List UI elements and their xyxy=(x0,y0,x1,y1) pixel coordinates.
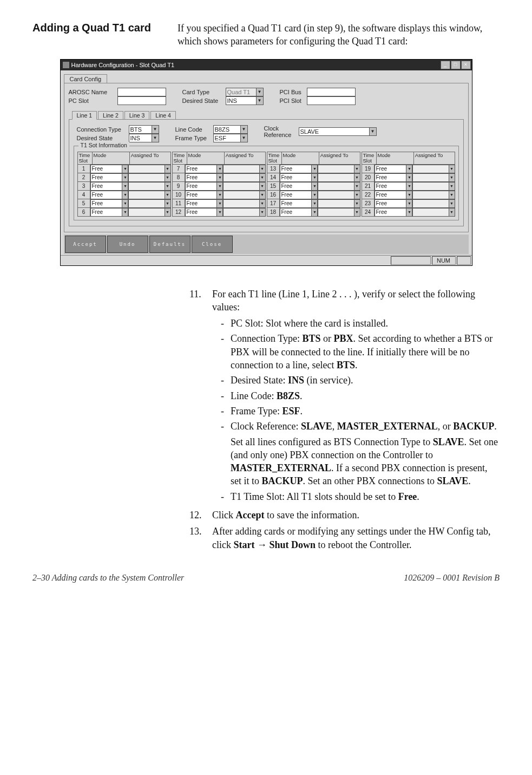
select-mode[interactable]: Free▼ xyxy=(90,165,129,173)
select-connection-type[interactable]: BTS▼ xyxy=(129,125,159,134)
select-card-type: Quad T1▼ xyxy=(226,88,264,96)
select-mode[interactable]: Free▼ xyxy=(375,182,413,191)
col-header-mode: Mode xyxy=(377,152,414,164)
chevron-down-icon[interactable]: ▼ xyxy=(256,96,264,105)
select-assigned-to: ▼ xyxy=(412,173,455,182)
select-mode[interactable]: Free▼ xyxy=(90,173,129,182)
select-mode[interactable]: Free▼ xyxy=(185,173,224,182)
chevron-down-icon[interactable]: ▼ xyxy=(406,182,412,191)
select-mode[interactable]: Free▼ xyxy=(185,199,224,208)
col-header-mode: Mode xyxy=(93,152,130,164)
sub-body: Frame Type: ESF. xyxy=(231,405,500,418)
select-mode[interactable]: Free▼ xyxy=(280,182,318,191)
chevron-down-icon[interactable]: ▼ xyxy=(311,191,318,199)
slot-row: 23Free▼▼ xyxy=(362,199,455,208)
chevron-down-icon: ▼ xyxy=(165,199,171,208)
chevron-down-icon[interactable]: ▼ xyxy=(406,165,412,173)
accept-button[interactable]: Accept xyxy=(65,236,106,253)
select-mode[interactable]: Free▼ xyxy=(185,208,224,217)
chevron-down-icon[interactable]: ▼ xyxy=(240,125,248,134)
chevron-down-icon: ▼ xyxy=(449,208,455,217)
select-mode[interactable]: Free▼ xyxy=(90,199,129,208)
col-header-timeslot: TimeSlot xyxy=(362,152,377,164)
close-button[interactable]: × xyxy=(461,61,471,69)
input-pci-slot[interactable] xyxy=(307,96,356,105)
chevron-down-icon[interactable]: ▼ xyxy=(406,191,412,199)
chevron-down-icon[interactable]: ▼ xyxy=(216,208,223,217)
tab-line-4[interactable]: Line 4 xyxy=(150,111,176,120)
select-assigned-to: ▼ xyxy=(412,165,455,173)
select-clock-reference[interactable]: SLAVE▼ xyxy=(299,127,377,136)
chevron-down-icon[interactable]: ▼ xyxy=(216,173,223,182)
select-mode[interactable]: Free▼ xyxy=(185,165,224,173)
sub-body: Clock Reference: SLAVE, MASTER_EXTERNAL,… xyxy=(231,420,500,487)
chevron-down-icon[interactable]: ▼ xyxy=(406,173,412,182)
chevron-down-icon[interactable]: ▼ xyxy=(152,134,159,142)
dash-icon: - xyxy=(221,389,231,402)
chevron-down-icon[interactable]: ▼ xyxy=(311,208,318,217)
tab-line-1[interactable]: Line 1 xyxy=(72,111,97,120)
select-mode[interactable]: Free▼ xyxy=(185,191,224,199)
select-mode[interactable]: Free▼ xyxy=(375,208,413,217)
slot-row: 10Free▼▼ xyxy=(172,191,266,199)
select-mode[interactable]: Free▼ xyxy=(280,208,318,217)
select-mode[interactable]: Free▼ xyxy=(185,182,224,191)
tab-line-3[interactable]: Line 3 xyxy=(124,111,150,120)
chevron-down-icon[interactable]: ▼ xyxy=(122,165,128,173)
chevron-down-icon[interactable]: ▼ xyxy=(122,208,128,217)
select-mode[interactable]: Free▼ xyxy=(375,173,413,182)
chevron-down-icon[interactable]: ▼ xyxy=(122,173,128,182)
step-number: 11. xyxy=(189,288,212,505)
select-desired-state-top[interactable]: INS▼ xyxy=(226,96,264,105)
chevron-down-icon[interactable]: ▼ xyxy=(122,182,128,191)
chevron-down-icon[interactable]: ▼ xyxy=(216,199,223,208)
slot-row: 3Free▼▼ xyxy=(77,182,171,191)
step-body: Click Accept to save the information. xyxy=(212,509,500,522)
select-mode[interactable]: Free▼ xyxy=(90,182,129,191)
chevron-down-icon[interactable]: ▼ xyxy=(311,173,318,182)
chevron-down-icon[interactable]: ▼ xyxy=(122,191,128,199)
defaults-button[interactable]: Defaults xyxy=(149,236,191,253)
select-mode[interactable]: Free▼ xyxy=(375,191,413,199)
close-button[interactable]: Close xyxy=(192,236,233,253)
select-assigned-to: ▼ xyxy=(412,182,455,191)
col-header-assigned: Assigned To xyxy=(319,152,360,164)
select-desired-state-line[interactable]: INS▼ xyxy=(129,134,159,142)
undo-button[interactable]: Undo xyxy=(107,236,148,253)
select-mode[interactable]: Free▼ xyxy=(375,199,413,208)
sub-item: -Line Code: B8ZS. xyxy=(221,389,500,402)
select-mode[interactable]: Free▼ xyxy=(90,208,129,217)
chevron-down-icon[interactable]: ▼ xyxy=(152,125,159,134)
select-frame-type[interactable]: ESF▼ xyxy=(213,134,248,142)
chevron-down-icon[interactable]: ▼ xyxy=(122,199,128,208)
tab-line-2[interactable]: Line 2 xyxy=(98,111,123,120)
chevron-down-icon[interactable]: ▼ xyxy=(311,182,318,191)
select-mode[interactable]: Free▼ xyxy=(90,191,129,199)
input-pc-slot[interactable] xyxy=(117,96,166,105)
maximize-button[interactable]: □ xyxy=(451,61,461,69)
select-mode[interactable]: Free▼ xyxy=(375,165,413,173)
slot-row: 7Free▼▼ xyxy=(172,165,266,173)
chevron-down-icon[interactable]: ▼ xyxy=(216,165,223,173)
select-line-code[interactable]: B8ZS▼ xyxy=(213,125,248,134)
chevron-down-icon[interactable]: ▼ xyxy=(216,182,223,191)
label-pc-slot: PC Slot xyxy=(69,97,117,104)
chevron-down-icon[interactable]: ▼ xyxy=(311,165,318,173)
chevron-down-icon[interactable]: ▼ xyxy=(216,191,223,199)
chevron-down-icon[interactable]: ▼ xyxy=(240,134,248,142)
chevron-down-icon[interactable]: ▼ xyxy=(311,199,318,208)
tab-card-config[interactable]: Card Config xyxy=(64,74,108,83)
label-line-code: Line Code xyxy=(175,126,213,133)
chevron-down-icon: ▼ xyxy=(165,165,171,173)
chevron-down-icon[interactable]: ▼ xyxy=(406,208,412,217)
select-mode[interactable]: Free▼ xyxy=(280,165,318,173)
select-mode[interactable]: Free▼ xyxy=(280,199,318,208)
chevron-down-icon[interactable]: ▼ xyxy=(369,127,377,136)
col-header-timeslot: TimeSlot xyxy=(78,152,93,164)
select-mode[interactable]: Free▼ xyxy=(280,173,318,182)
input-pci-bus[interactable] xyxy=(307,88,356,96)
input-arosc-name[interactable] xyxy=(117,88,166,96)
select-mode[interactable]: Free▼ xyxy=(280,191,318,199)
minimize-button[interactable]: _ xyxy=(441,61,450,69)
chevron-down-icon[interactable]: ▼ xyxy=(406,199,412,208)
